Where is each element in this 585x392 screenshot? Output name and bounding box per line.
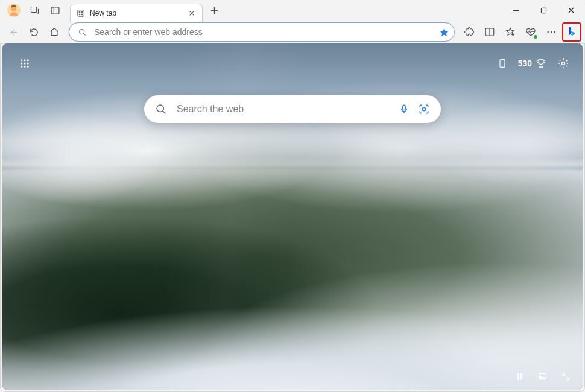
gear-icon (557, 57, 569, 69)
avatar-icon (7, 4, 21, 17)
tab-close-button[interactable] (186, 8, 197, 19)
microphone-icon (399, 103, 410, 115)
browser-essentials-button[interactable] (521, 22, 540, 42)
edit-wallpaper-button[interactable] (537, 370, 549, 382)
svg-rect-6 (81, 11, 83, 12)
svg-rect-7 (79, 13, 80, 14)
svg-rect-27 (403, 105, 406, 110)
refresh-button[interactable] (24, 22, 43, 42)
panel-icon (50, 5, 60, 16)
card-icon (538, 371, 548, 381)
bing-sidebar-highlight (562, 22, 581, 42)
svg-point-26 (157, 105, 163, 112)
ellipsis-icon (546, 27, 557, 37)
svg-point-19 (24, 63, 26, 65)
plus-icon (210, 7, 218, 14)
page-settings-button[interactable] (557, 57, 569, 69)
maximize-icon (540, 7, 547, 14)
window-controls (502, 0, 585, 21)
svg-point-22 (24, 66, 26, 68)
status-dot (534, 35, 537, 39)
ntp-favicon (77, 9, 85, 17)
ntp-content: 530 (2, 43, 583, 390)
close-icon (189, 10, 195, 16)
ntp-top-right: 530 (498, 57, 569, 69)
grid-icon (19, 58, 30, 69)
arrow-left-icon (8, 27, 19, 37)
svg-rect-29 (517, 373, 519, 380)
mobile-icon (498, 57, 507, 69)
rewards-button[interactable]: 530 (518, 58, 546, 69)
app-launcher-button[interactable] (16, 54, 34, 72)
svg-rect-30 (520, 373, 522, 380)
voice-search-button[interactable] (399, 103, 410, 115)
pause-icon (516, 372, 524, 381)
tab-title: New tab (90, 9, 182, 17)
svg-rect-4 (78, 10, 84, 16)
back-button[interactable] (4, 22, 23, 42)
mobile-button[interactable] (498, 57, 507, 69)
expand-icon (561, 372, 571, 381)
favorite-button[interactable] (439, 27, 449, 37)
more-menu-button[interactable] (542, 22, 561, 42)
vertical-tabs-button[interactable] (45, 0, 65, 21)
titlebar-left (0, 0, 65, 21)
visual-search-button[interactable] (418, 103, 430, 115)
extensions-button[interactable] (460, 22, 479, 42)
browser-window: New tab (0, 0, 585, 392)
ntp-search-input[interactable] (176, 103, 399, 115)
bing-sidebar-button[interactable] (564, 24, 580, 40)
svg-rect-9 (541, 8, 546, 13)
rewards-points: 530 (518, 58, 532, 68)
wallpaper-controls (514, 370, 572, 382)
search-icon (78, 28, 87, 37)
svg-point-21 (21, 66, 22, 68)
pause-button[interactable] (514, 370, 526, 382)
svg-point-25 (562, 62, 565, 65)
svg-point-16 (24, 59, 26, 61)
toolbar (0, 21, 585, 44)
close-icon (568, 7, 575, 14)
bing-icon (566, 26, 578, 38)
close-window-button[interactable] (557, 0, 585, 21)
svg-point-18 (21, 63, 22, 65)
address-input[interactable] (93, 27, 435, 37)
svg-rect-3 (51, 7, 59, 13)
fullscreen-button[interactable] (560, 370, 572, 382)
maximize-button[interactable] (530, 0, 557, 21)
profile-avatar[interactable] (4, 0, 24, 21)
split-icon (484, 27, 495, 37)
star-add-icon (505, 27, 516, 37)
ntp-search-bar[interactable] (144, 95, 441, 123)
address-bar[interactable] (69, 22, 455, 42)
minimize-button[interactable] (502, 0, 530, 21)
new-tab-button[interactable] (205, 1, 223, 19)
search-icon (155, 103, 167, 115)
svg-point-14 (554, 31, 555, 33)
svg-point-20 (27, 63, 29, 65)
svg-point-10 (80, 29, 84, 34)
trophy-icon (536, 58, 546, 69)
svg-rect-5 (79, 11, 80, 12)
svg-point-13 (551, 31, 552, 33)
svg-rect-2 (31, 7, 36, 12)
puzzle-icon (464, 27, 475, 37)
minimize-icon (513, 7, 519, 14)
titlebar: New tab (0, 0, 585, 21)
workspaces-icon (30, 5, 40, 16)
svg-rect-8 (81, 13, 83, 14)
home-icon (49, 27, 60, 37)
svg-point-17 (27, 59, 29, 61)
workspaces-button[interactable] (24, 0, 45, 21)
home-button[interactable] (45, 22, 64, 42)
refresh-icon (29, 27, 39, 37)
svg-point-15 (21, 59, 22, 61)
svg-point-12 (548, 31, 549, 33)
tab-active[interactable]: New tab (70, 4, 203, 22)
ntp-topbar: 530 (16, 54, 569, 72)
svg-point-23 (27, 66, 29, 68)
scan-icon (418, 103, 430, 115)
star-icon (439, 27, 449, 37)
split-screen-button[interactable] (480, 22, 499, 42)
favorites-button[interactable] (501, 22, 520, 42)
